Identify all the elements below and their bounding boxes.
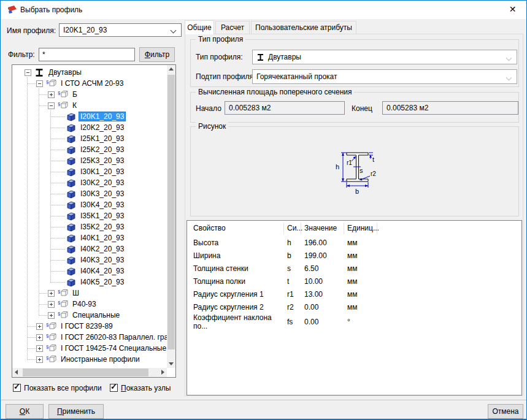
profile-group-icon: § xyxy=(46,79,56,88)
col-header-symbol[interactable]: Си... xyxy=(284,223,301,234)
tree-expand-icon[interactable] xyxy=(48,91,55,98)
scroll-right-icon[interactable] xyxy=(158,368,167,377)
table-row[interactable]: Толщина полкиt10.00мм xyxy=(193,275,521,288)
tree-item[interactable]: § Специальные xyxy=(12,310,167,321)
tree-item[interactable]: § I ГОСТ 19425-74 Специальные xyxy=(12,343,167,354)
tree-item[interactable]: Двутавры xyxy=(12,67,167,78)
table-row[interactable]: Высотаh196.00мм xyxy=(193,236,521,249)
profile-type-combobox[interactable]: Двутавры xyxy=(252,50,517,64)
tree-item[interactable]: § I СТО АСЧМ 20-93 xyxy=(12,78,167,89)
tree-item[interactable]: I30K4_20_93 xyxy=(12,199,167,210)
tree-item[interactable]: I40K5_20_93 xyxy=(12,277,167,288)
profile-group-icon: § xyxy=(46,355,56,364)
tree-collapse-icon[interactable] xyxy=(25,69,31,76)
tree-item-label: I40K5_20_93 xyxy=(79,277,126,287)
tree-item[interactable]: § Б xyxy=(12,89,167,100)
profile-group-icon: § xyxy=(58,90,68,99)
tree-item[interactable]: § I ГОСТ 26020-83 Параллел. грани xyxy=(12,332,167,343)
tree-item[interactable]: I40K4_20_93 xyxy=(12,265,167,277)
profile-name-combobox[interactable]: I20K1_20_93 xyxy=(59,23,182,37)
app-icon xyxy=(6,5,17,15)
col-header-units[interactable]: Единиц... xyxy=(344,223,377,234)
ok-button[interactable]: ОК xyxy=(6,404,44,419)
tree-item[interactable]: § Ш xyxy=(12,288,167,299)
tree-item[interactable]: I30K1_20_93 xyxy=(12,166,167,177)
col-header-property[interactable]: Свойство xyxy=(193,223,284,234)
tree-item-label: I35K1_20_93 xyxy=(79,211,126,221)
tree-expand-icon[interactable] xyxy=(36,334,43,341)
show-nodes-checkbox[interactable]: ✓ xyxy=(110,384,118,392)
tree-expand-icon[interactable] xyxy=(36,323,43,330)
show-all-profiles-label: Показать все профили xyxy=(24,384,102,392)
tree-item[interactable]: § I ГОСТ 8239-89 xyxy=(12,321,167,332)
tab-calculation[interactable]: Расчет xyxy=(215,21,250,34)
tree-expand-icon[interactable] xyxy=(36,345,43,352)
tree-item-label: I30K3_20_93 xyxy=(79,189,126,199)
computed-area-group: Вычисленная площадь поперечного сечения … xyxy=(190,92,519,123)
tree-item-label: I40K2_20_93 xyxy=(79,244,126,254)
table-row[interactable]: Радиус скругления 2r20.00мм xyxy=(193,300,521,313)
scroll-left-icon[interactable] xyxy=(12,368,21,377)
col-header-value[interactable]: Значение xyxy=(301,223,344,234)
svg-text:§: § xyxy=(46,79,48,85)
tree-collapse-icon[interactable] xyxy=(48,102,55,109)
tree-item[interactable]: I30K3_20_93 xyxy=(12,188,167,199)
tree-item[interactable]: I35K2_20_93 xyxy=(12,221,167,232)
tree-expand-icon[interactable] xyxy=(48,290,55,297)
window-title: Выбрать профиль xyxy=(20,1,82,19)
table-row[interactable]: Толщина стенкиs6.50мм xyxy=(193,262,521,275)
tree-item[interactable]: I40K1_20_93 xyxy=(12,232,167,243)
tree-item-label: Р40-93 xyxy=(71,299,98,309)
tree-item[interactable]: I20K1_20_93 xyxy=(12,111,167,122)
horizontal-scroll-thumb[interactable] xyxy=(23,368,148,376)
filter-input[interactable] xyxy=(39,48,135,61)
tree-collapse-icon[interactable] xyxy=(36,80,43,87)
profile-subtype-combobox[interactable]: Горячекатанный прокат xyxy=(252,69,517,84)
profile-box-icon xyxy=(66,156,76,166)
close-icon[interactable]: ✕ xyxy=(499,1,526,18)
show-all-profiles-checkbox[interactable]: ✓ xyxy=(13,384,21,392)
tree-item[interactable]: § Р40-93 xyxy=(12,299,167,310)
tree-item[interactable]: I30K2_20_93 xyxy=(12,177,167,188)
svg-text:s: s xyxy=(360,167,363,174)
tree-item[interactable]: I40K2_20_93 xyxy=(12,243,167,254)
filter-button[interactable]: Фильтр xyxy=(139,47,175,62)
checkbox-check-icon: ✓ xyxy=(13,382,20,391)
tree-item[interactable]: I25K2_20_93 xyxy=(12,144,167,155)
profile-group-icon: § xyxy=(58,311,68,319)
profile-box-icon xyxy=(66,267,76,276)
tree-item[interactable]: § Иностранные профили xyxy=(12,354,167,365)
tab-general[interactable]: Общие xyxy=(185,20,214,34)
profile-tree: Двутавры § I СТО АСЧМ 20-93 § Б § К I20K… xyxy=(12,64,176,378)
table-row[interactable]: Коэффициент наклона по...fs0.00° xyxy=(193,313,521,326)
group-title: Тип профиля xyxy=(196,35,245,44)
scroll-down-icon[interactable] xyxy=(167,359,175,368)
tree-item[interactable]: I25K1_20_93 xyxy=(12,133,167,144)
table-row[interactable]: Ширинаb199.00мм xyxy=(193,249,521,262)
cancel-button[interactable]: Отмена xyxy=(488,404,523,419)
tree-item[interactable]: I35K1_20_93 xyxy=(12,210,167,221)
tree-expand-icon[interactable] xyxy=(36,356,43,363)
svg-text:t: t xyxy=(372,156,374,163)
tree-expand-icon[interactable] xyxy=(48,301,55,308)
vertical-scrollbar[interactable] xyxy=(167,65,175,368)
scroll-up-icon[interactable] xyxy=(167,65,175,74)
tree-expand-icon[interactable] xyxy=(48,312,55,319)
tree-item-label: I ГОСТ 8239-89 xyxy=(59,321,115,331)
tree-item[interactable]: I25K3_20_93 xyxy=(12,155,167,166)
table-row[interactable]: Радиус скругления 1r113.00мм xyxy=(193,288,521,300)
tab-user-attributes[interactable]: Пользовательские атрибуты xyxy=(251,21,356,34)
horizontal-scrollbar[interactable] xyxy=(12,368,167,377)
profile-box-icon xyxy=(66,234,76,243)
profile-group-icon: § xyxy=(58,289,68,297)
tree-item-label: I20K2_20_93 xyxy=(79,123,126,132)
tree-item[interactable]: I20K2_20_93 xyxy=(12,122,167,133)
tree-item[interactable]: § К xyxy=(12,100,167,111)
apply-button[interactable]: Применить xyxy=(48,404,104,419)
vertical-scroll-thumb[interactable] xyxy=(167,75,175,349)
chevron-down-icon xyxy=(506,75,512,81)
tree-item-label: Специальные xyxy=(71,310,121,320)
area-start-field: 0.005283 м2 xyxy=(225,101,345,115)
tree-item[interactable]: I40K3_20_93 xyxy=(12,254,167,265)
svg-text:§: § xyxy=(46,333,48,338)
